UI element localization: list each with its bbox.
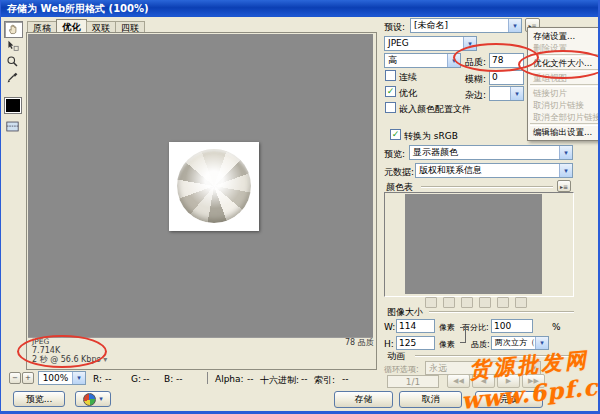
alpha-label: Alpha:	[215, 374, 244, 384]
hex-label: 十六进制:	[260, 374, 299, 387]
lock-color-icon[interactable]	[479, 297, 491, 308]
height-unit-label: 像素	[439, 339, 455, 350]
width-label: W:	[384, 322, 395, 332]
quality-field[interactable]: 78	[489, 53, 524, 68]
preset-dropdown[interactable]: [未命名] ▾	[410, 18, 522, 33]
percent-field[interactable]: 100	[491, 319, 533, 333]
color-table-menu-button[interactable]: ▸≡	[557, 180, 571, 192]
magnifier-icon	[6, 55, 19, 68]
preview-panel: JPEG 7.714K 2 秒 @ 56.6 Kbps ▾ 78 品质	[26, 32, 377, 370]
chevron-down-icon: ▾	[559, 164, 572, 177]
chevron-down-icon: ▾	[463, 37, 476, 50]
save-for-web-dialog: 存储为 Web所用格式 (100%) 原稿 优化 双联	[0, 0, 600, 414]
image-size-divider	[429, 311, 574, 313]
diamond-image	[177, 149, 251, 223]
compression-quality-dropdown[interactable]: 高 ▾	[384, 53, 461, 68]
quality-label: 品质:	[465, 56, 486, 69]
index-label: 索引:	[314, 374, 335, 387]
optimized-checkbox[interactable]: ✓	[385, 86, 396, 97]
frame-counter: 1/1	[387, 375, 439, 388]
title-bar[interactable]: 存储为 Web所用格式 (100%)	[1, 0, 600, 17]
r-value: --	[105, 374, 112, 384]
browser-select-button[interactable]: ▾	[75, 391, 111, 407]
resample-dropdown[interactable]: 两次立方（较平... ▾	[491, 336, 549, 350]
chevron-down-icon: ▾	[508, 19, 521, 32]
convert-srgb-label: 转换为 sRGB	[404, 130, 458, 143]
preview-mode-label: 预览:	[384, 148, 405, 161]
link-dimensions-icon	[460, 327, 466, 343]
eyedropper-icon	[6, 71, 19, 84]
height-label: H:	[384, 339, 394, 349]
browser-globe-icon	[83, 393, 96, 406]
color-table-divider	[421, 186, 553, 188]
check-icon: ✓	[392, 130, 400, 139]
preview-quality-annotation: 78 品质	[345, 339, 374, 348]
g-label: G:	[131, 374, 141, 384]
menu-item-optimize-to-file-size[interactable]: 优化文件大小...	[528, 57, 600, 69]
embed-profile-checkbox[interactable]	[385, 102, 396, 113]
panel-flyout-menu: 存储设置... 删除设置 优化文件大小... 重组视图 链接切片 取消切片链接 …	[527, 27, 600, 141]
cancel-button[interactable]: 取消	[399, 391, 462, 408]
eyedropper-tool-button[interactable]	[4, 70, 21, 85]
new-color-icon[interactable]	[497, 297, 509, 308]
blur-label: 模糊:	[465, 73, 486, 86]
menu-item-unlink-slice: 取消切片链接	[528, 99, 600, 111]
r-label: R:	[93, 374, 102, 384]
convert-srgb-checkbox[interactable]: ✓	[390, 129, 401, 140]
b-label: B:	[164, 374, 173, 384]
zoom-out-button[interactable]: −	[9, 372, 21, 384]
preset-label: 预设:	[384, 21, 405, 34]
menu-item-unlink-all-slices: 取消全部切片链接	[528, 111, 600, 123]
preview-mode-dropdown[interactable]: 显示器颜色 ▾	[409, 145, 573, 160]
index-value: --	[342, 374, 349, 384]
panel-menu-icon: ▸≡	[560, 183, 568, 190]
progressive-label: 连续	[399, 71, 417, 84]
hand-icon	[7, 23, 20, 36]
check-icon: ✓	[387, 87, 395, 96]
width-unit-label: 像素	[439, 322, 455, 333]
b-value: --	[176, 374, 183, 384]
format-dropdown[interactable]: JPEG ▾	[384, 36, 477, 51]
preview-in-browser-button[interactable]: 预览...	[13, 391, 65, 407]
chevron-down-icon: ▾	[559, 146, 572, 159]
menu-item-link-slices: 链接切片	[528, 87, 600, 99]
transparency-icon[interactable]	[443, 297, 455, 308]
hex-value: --	[301, 374, 308, 384]
progressive-checkbox[interactable]	[385, 70, 396, 81]
percent-label: 百分比:	[462, 322, 489, 333]
toggle-slices-visibility-button[interactable]	[4, 119, 21, 134]
percent-unit-label: %	[552, 322, 561, 332]
metadata-dropdown[interactable]: 版权和联系信息 ▾	[415, 163, 573, 178]
delete-color-icon[interactable]	[515, 297, 527, 308]
menu-item-edit-output-settings[interactable]: 编辑输出设置...	[528, 126, 600, 138]
zoom-tool-button[interactable]	[4, 54, 21, 69]
color-table-box	[384, 192, 574, 297]
image-size-section-label: 图像大小	[387, 306, 423, 319]
chevron-down-icon: ▾	[535, 337, 548, 349]
animation-section-label: 动画	[387, 350, 405, 363]
chevron-down-icon: ▾	[72, 372, 85, 384]
g-value: --	[143, 374, 150, 384]
optimized-label: 优化	[399, 87, 417, 100]
preview-image[interactable]	[169, 142, 259, 231]
menu-item-delete-settings: 删除设置	[528, 42, 600, 54]
save-button[interactable]: 存储	[334, 391, 393, 408]
eyedropper-color-swatch[interactable]	[5, 98, 21, 113]
width-field[interactable]: 114	[396, 319, 435, 333]
slices-visibility-icon	[6, 121, 19, 132]
menu-item-save-settings[interactable]: 存储设置...	[528, 30, 600, 42]
menu-item-repopulate-views: 重组视图	[528, 72, 600, 84]
preview-download-time[interactable]: 2 秒 @ 56.6 Kbps ▾	[32, 356, 107, 365]
loop-label: 循环选项:	[384, 364, 419, 375]
zoom-level-dropdown[interactable]: 100% ▾	[38, 371, 86, 385]
zoom-in-button[interactable]: +	[22, 372, 34, 384]
slice-select-tool-button[interactable]	[4, 38, 21, 53]
snap-color-icon[interactable]	[425, 297, 437, 308]
alpha-value: --	[247, 374, 254, 384]
blur-field[interactable]: 0	[489, 70, 524, 85]
web-shift-icon[interactable]	[461, 297, 473, 308]
height-field[interactable]: 125	[396, 336, 435, 350]
window-title: 存储为 Web所用格式 (100%)	[7, 3, 149, 14]
matte-dropdown[interactable]: ▾	[489, 86, 524, 101]
hand-tool-button[interactable]	[4, 21, 23, 38]
